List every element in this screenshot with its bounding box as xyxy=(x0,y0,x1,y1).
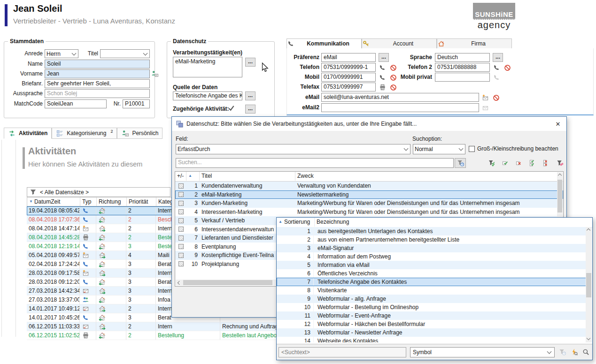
popup-sort-column[interactable]: ▲Sortierung xyxy=(277,218,314,227)
person-card-icon[interactable] xyxy=(151,70,159,77)
column-header[interactable]: Richtung xyxy=(97,197,127,206)
row-checkbox[interactable] xyxy=(178,192,184,197)
case-sensitive-checkbox[interactable]: Groß-/Kleinschreibung beachten xyxy=(469,145,558,152)
check-one-icon[interactable] xyxy=(500,158,511,167)
check-all-icon[interactable] xyxy=(527,158,538,167)
scrollbar-thumb[interactable] xyxy=(586,273,591,297)
block-icon[interactable] xyxy=(503,64,511,71)
tab-kommunikation[interactable]: Kommunikation xyxy=(286,38,362,49)
scrollbar-thumb[interactable] xyxy=(557,180,562,212)
filter-apply-icon[interactable] xyxy=(487,158,497,167)
lookup-row[interactable]: 2aus von einem Partnerunternehmen bereit… xyxy=(277,235,586,244)
filter-clear-icon[interactable] xyxy=(555,158,565,167)
dialog-titlebar[interactable]: Datenschutz: Bitte wählen Sie die Verarb… xyxy=(172,117,566,131)
telefon2-field[interactable]: 07531/0888888 xyxy=(435,63,490,72)
mobil-field[interactable]: 0170/09999991 xyxy=(321,73,376,82)
briefanr-field[interactable]: Sehr geehrter Herr Soleil, xyxy=(45,79,150,88)
select-cell[interactable] xyxy=(175,216,186,225)
suchoption-select[interactable]: Normal xyxy=(413,144,465,154)
lookup-row[interactable]: 9Webformular - allg. Anfrage xyxy=(277,295,586,303)
dialog-table-row[interactable]: 4Interessenten-MarketingMarketing/Werbun… xyxy=(175,208,563,217)
checkbox-box[interactable] xyxy=(469,146,475,152)
scroll-up-icon[interactable] xyxy=(558,174,562,177)
telefon-field[interactable]: 07531/0999999-1 xyxy=(321,63,376,72)
lookup-row[interactable]: 10Webformular - Bestellung im Onlineshop xyxy=(277,303,586,311)
select-cell[interactable] xyxy=(175,251,186,260)
block-icon[interactable] xyxy=(492,94,500,101)
email-field[interactable]: soleil@luna-aventuras.net xyxy=(321,93,479,102)
row-checkbox[interactable] xyxy=(178,201,184,206)
column-header[interactable]: Titel xyxy=(200,172,295,181)
sprache-field[interactable]: Deutsch xyxy=(435,53,490,62)
column-header[interactable]: ▼DatumZeit xyxy=(27,197,80,206)
close-icon[interactable]: ✕ xyxy=(553,121,563,128)
block-icon[interactable] xyxy=(389,83,397,91)
column-header[interactable]: Priorität xyxy=(127,197,156,206)
column-header[interactable]: Typ xyxy=(80,197,97,206)
lookup-row[interactable]: 4Information auf dem Postweg xyxy=(277,252,586,261)
email2-field[interactable] xyxy=(321,103,479,112)
dial-phone-icon[interactable] xyxy=(379,74,387,81)
tab-account[interactable]: Account xyxy=(362,38,437,49)
select-cell[interactable] xyxy=(175,190,186,199)
quelle-browse-button[interactable]: ... xyxy=(245,91,255,100)
lookup-row[interactable]: 8Visitenkarte xyxy=(277,286,586,295)
select-cell[interactable] xyxy=(175,182,186,190)
block-icon[interactable] xyxy=(389,64,397,71)
scrollbar-thumb[interactable] xyxy=(183,280,272,285)
activity-row[interactable]: 06.12.2015 11:02:522BestellungBestellen … xyxy=(27,331,301,340)
name-field[interactable]: Soleil xyxy=(45,60,150,68)
lookup-row[interactable]: 3eMail-Signatur xyxy=(277,244,586,252)
titel-select[interactable] xyxy=(100,49,150,58)
search-input[interactable]: Suchen... xyxy=(176,158,454,168)
scroll-down-icon[interactable] xyxy=(587,336,590,340)
sprache-browse-button[interactable]: ... xyxy=(493,53,503,62)
lookup-row[interactable]: 14Webseite des Kontaktes xyxy=(277,337,586,342)
scroll-up-icon[interactable] xyxy=(587,228,590,232)
lookup-row[interactable]: 13Webformular - Newsletter Anfrage xyxy=(277,328,586,337)
lookup-row[interactable]: 7Telefonische Angabe des Kontaktes xyxy=(277,278,586,286)
lookup-row[interactable]: 5Information via eMail xyxy=(277,261,586,269)
lookup-row[interactable]: 11Webformular - Event-Anfrage xyxy=(277,311,586,320)
dialog-table-row[interactable]: 2eMail-MarketingNewslettermarketing xyxy=(175,190,563,199)
activity-row[interactable]: 06.12.2015 11:03:332InternRechnung und A… xyxy=(27,322,301,331)
column-header[interactable]: Zweck xyxy=(295,172,563,181)
select-cell[interactable] xyxy=(175,243,186,251)
lookup-row[interactable]: 12Webformular - Häkchen bei Bestellformu… xyxy=(277,320,586,328)
mobilprivat-field[interactable] xyxy=(435,73,490,82)
row-checkbox[interactable] xyxy=(178,261,184,266)
dialog-table-row[interactable]: 1KundendatenverwaltungVerwaltung von Kun… xyxy=(175,182,563,190)
tab-aktivitaeten[interactable]: Aktivitäten xyxy=(4,128,52,139)
uncheck-all-icon[interactable] xyxy=(541,158,551,167)
matchcode-field[interactable]: SoleilJean xyxy=(45,99,107,108)
vorname-field[interactable]: Jean xyxy=(45,69,150,78)
row-checkbox[interactable] xyxy=(178,218,184,223)
search-icon[interactable] xyxy=(582,349,590,356)
verarbeitung-browse-button[interactable]: ... xyxy=(245,58,255,67)
dial-phone-icon[interactable] xyxy=(379,64,387,71)
lookup-row[interactable]: 6Öffentliches Verzeichnis xyxy=(277,269,586,278)
praeferenz-browse-button[interactable]: ... xyxy=(379,53,389,62)
symbol-select[interactable]: Symbol xyxy=(410,347,555,357)
tab-firma[interactable]: Firma xyxy=(437,38,512,49)
telefax-field[interactable]: 07531/0999997 xyxy=(321,83,376,91)
quelle-field[interactable]: Telefonische Angabe des Konta xyxy=(173,91,242,100)
select-cell[interactable] xyxy=(175,225,186,234)
dialog-table-row[interactable]: 3Kunden-MarketingMarketing/Werbung für W… xyxy=(175,199,563,208)
uncheck-one-icon[interactable] xyxy=(514,158,524,167)
select-cell[interactable] xyxy=(175,234,186,243)
compose-mail-icon[interactable] xyxy=(481,94,489,101)
suchtext-input[interactable]: <Suchtext> xyxy=(279,347,406,357)
tab-kategorisierung[interactable]: Kategorisierung2 xyxy=(52,128,117,139)
select-cell[interactable] xyxy=(175,208,186,217)
lookup-row[interactable]: 1aus bereitgestellten Unterlagen des Kon… xyxy=(277,227,586,235)
row-checkbox[interactable] xyxy=(178,209,184,214)
column-header[interactable]: +/- xyxy=(175,172,186,181)
vertical-scrollbar[interactable] xyxy=(586,227,592,342)
fax-printer-icon[interactable] xyxy=(379,83,387,91)
row-checkbox[interactable] xyxy=(178,183,184,189)
anrede-select[interactable]: Herrn xyxy=(45,49,78,58)
feld-select[interactable]: ErfasstDurch xyxy=(176,144,410,154)
dial-phone-icon[interactable] xyxy=(493,64,501,71)
popup-name-column[interactable]: Bezeichnung xyxy=(314,218,592,227)
